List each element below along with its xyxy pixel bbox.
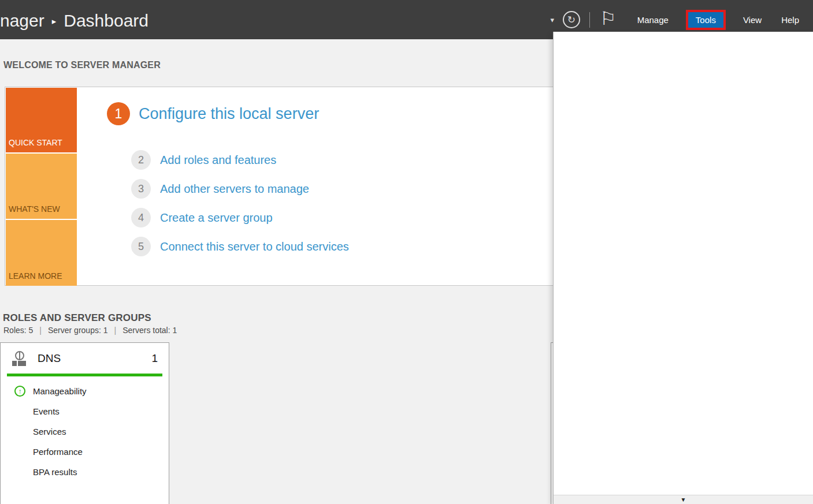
topbar-divider	[589, 12, 590, 28]
status-bar	[7, 374, 162, 376]
welcome-step: 2 Add roles and features	[131, 150, 276, 170]
step-number-badge: 4	[131, 208, 151, 227]
step-link[interactable]: Create a server group	[160, 211, 273, 225]
role-detail-row[interactable]: ↑ Services	[1, 421, 169, 442]
menubar-item[interactable]: Help	[781, 15, 799, 25]
servers-total-count: Servers total: 1	[122, 326, 177, 335]
menubar-item[interactable]: Tools	[688, 12, 723, 28]
breadcrumb-arrow-icon: ▸	[52, 16, 57, 27]
step-number-badge: 1	[107, 102, 130, 125]
welcome-step: 3 Add other servers to manage	[131, 179, 309, 199]
summary-divider: |	[39, 326, 42, 335]
up-arrow-status-icon: ↑	[14, 386, 25, 397]
tools-dropdown-menu: ▼	[553, 32, 813, 504]
welcome-step: 4 Create a server group	[131, 208, 273, 227]
role-detail-row[interactable]: ↑ BPA results	[1, 462, 169, 482]
menubar-item[interactable]: View	[743, 15, 762, 25]
roles-section-title: ROLES AND SERVER GROUPS	[3, 312, 151, 324]
role-detail-row[interactable]: ↑ Performance	[1, 442, 169, 462]
role-detail-row[interactable]: ↑ Events	[1, 401, 169, 421]
tools-menu-list	[554, 32, 813, 34]
scroll-down-arrow-icon: ▼	[681, 497, 686, 503]
welcome-step: 5 Connect this server to cloud services	[131, 237, 349, 256]
server-manager-window: nager ▸ Dashboard ▾ ↻ ⚐ ManageToolsViewH…	[0, 0, 813, 504]
welcome-section-title: WELCOME TO SERVER MANAGER	[3, 60, 161, 70]
role-detail-label: Manageability	[33, 386, 87, 396]
step-number-badge: 5	[131, 237, 151, 256]
role-detail-label: BPA results	[33, 467, 77, 477]
role-detail-row[interactable]: ↑ Manageability	[1, 381, 169, 401]
refresh-button[interactable]: ↻	[563, 11, 580, 28]
step-link[interactable]: Configure this local server	[139, 105, 319, 123]
roles-count: Roles: 5	[3, 326, 33, 335]
role-tile-header: DNS 1	[1, 343, 169, 374]
role-tile: DNS 1 ↑ Manageability ↑ Events ↑ Service…	[0, 342, 169, 504]
menubar-item[interactable]: Manage	[637, 15, 669, 25]
refresh-icon: ↻	[567, 15, 576, 25]
role-detail-label: Services	[33, 427, 66, 436]
menu-scroll-down[interactable]: ▼	[554, 495, 813, 504]
breadcrumb-current: Dashboard	[64, 11, 149, 31]
dns-icon	[12, 351, 28, 366]
step-number-badge: 3	[131, 179, 151, 199]
welcome-step: 1 Configure this local server	[107, 102, 319, 125]
roles-summary: Roles: 5 | Server groups: 1 | Servers to…	[3, 326, 177, 335]
chevron-down-icon[interactable]: ▾	[550, 16, 554, 24]
server-count: 1	[151, 352, 158, 365]
breadcrumb: nager ▸ Dashboard	[0, 9, 149, 32]
summary-divider: |	[114, 326, 117, 335]
menubar: ManageToolsViewHelp	[637, 12, 799, 28]
step-link[interactable]: Connect this server to cloud services	[160, 240, 349, 253]
role-detail-label: Performance	[33, 447, 83, 457]
server-groups-count: Server groups: 1	[48, 326, 108, 335]
notifications-flag-icon[interactable]: ⚐	[600, 9, 617, 28]
role-detail-label: Events	[33, 406, 60, 416]
breadcrumb-left: nager	[0, 11, 44, 31]
role-name-link[interactable]: DNS	[38, 352, 61, 365]
step-link[interactable]: Add other servers to manage	[160, 182, 309, 196]
step-link[interactable]: Add roles and features	[160, 154, 276, 167]
step-number-badge: 2	[131, 150, 151, 170]
role-tile-rows: ↑ Manageability ↑ Events ↑ Services ↑ Pe…	[1, 381, 169, 482]
